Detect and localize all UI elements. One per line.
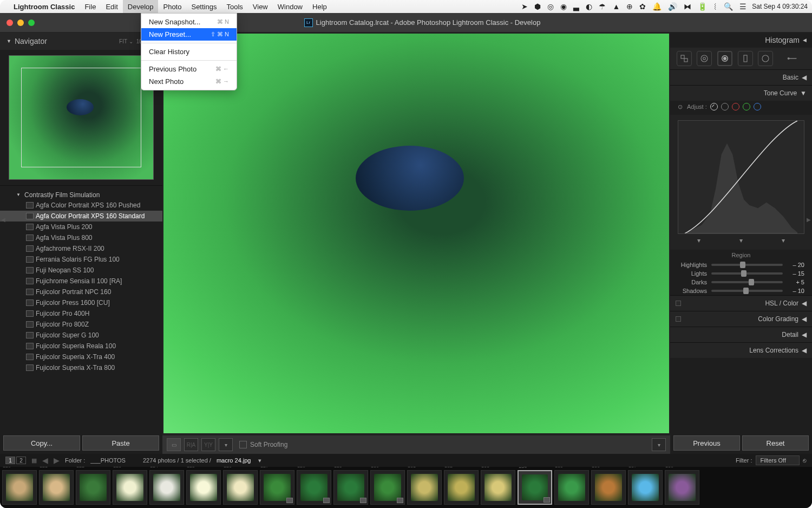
filmstrip-thumb[interactable]: 126	[223, 470, 258, 505]
redeye-tool-icon[interactable]	[717, 51, 732, 66]
slider-thumb-icon[interactable]	[743, 288, 749, 294]
menu-window[interactable]: Window	[273, 0, 307, 13]
maximize-window[interactable]	[28, 19, 35, 26]
navigator-preview[interactable]	[9, 55, 154, 180]
filmstrip-thumb[interactable]: 136	[591, 470, 626, 505]
curve-green-icon[interactable]	[743, 103, 750, 110]
preset-item[interactable]: Fujicolor Superia X-Tra 800	[0, 362, 162, 373]
slider-thumb-icon[interactable]	[740, 262, 745, 268]
filmstrip-thumb[interactable]: 137	[628, 470, 663, 505]
histogram-header[interactable]: Histogram◀	[670, 32, 812, 48]
preset-item[interactable]: Fujicolor Superia X-Tra 400	[0, 351, 162, 362]
preset-item[interactable]: Fujicolor Press 1600 [CU]	[0, 297, 162, 308]
menu-settings[interactable]: Settings	[186, 0, 221, 13]
crop-tool-icon[interactable]	[677, 51, 692, 66]
nav-forward-icon[interactable]: ▶	[54, 456, 60, 465]
menu-photo[interactable]: Photo	[158, 0, 186, 13]
tone-slider[interactable]: Lights– 15	[670, 269, 812, 278]
curve-red-icon[interactable]	[732, 103, 739, 110]
dropbox-icon[interactable]: ⬢	[531, 2, 544, 11]
volume-icon[interactable]: 🔊	[665, 2, 680, 11]
detail-header[interactable]: Detail◀	[670, 327, 812, 342]
hsl-header[interactable]: HSL / Color◀	[670, 296, 812, 311]
filmstrip-thumb[interactable]: 122	[76, 470, 110, 505]
gradient-tool-icon[interactable]	[738, 51, 753, 66]
clock-icon[interactable]: ⊕	[623, 2, 636, 11]
preset-item[interactable]: Ferrania Solaris FG Plus 100	[0, 254, 162, 265]
display-icon[interactable]: ▃	[570, 2, 582, 11]
menubar-clock[interactable]: Sat Sep 4 09:30:24	[750, 3, 808, 10]
lens-corrections-header[interactable]: Lens Corrections◀	[670, 343, 812, 358]
previous-button[interactable]: Previous	[673, 435, 740, 451]
curve-handle-icon[interactable]: ▾	[739, 237, 743, 244]
preset-item[interactable]: Agfa Color Portrait XPS 160 Pushed	[0, 200, 162, 211]
menu-clear-history[interactable]: Clear History	[141, 45, 237, 58]
filmstrip-thumb[interactable]: 133	[481, 470, 515, 505]
toolbar-more-icon[interactable]: ▾	[652, 438, 666, 451]
sync-icon[interactable]: ▲	[609, 2, 623, 11]
filmstrip-thumb[interactable]: 127	[260, 470, 294, 505]
heal-tool-icon[interactable]	[697, 51, 712, 66]
tone-slider[interactable]: Darks+ 5	[670, 278, 812, 286]
filmstrip-thumb[interactable]: 130	[370, 470, 405, 505]
compare-icon[interactable]: Y|Y	[201, 438, 215, 451]
curve-handle-icon[interactable]: ▾	[782, 237, 785, 244]
menu-help[interactable]: Help	[307, 0, 332, 13]
menu-new-snapshot[interactable]: New Snapshot...⌘ N	[141, 16, 237, 28]
filter-lock-icon[interactable]: ⎋	[803, 457, 807, 464]
basic-header[interactable]: Basic◀	[670, 70, 812, 85]
tone-curve-header[interactable]: Tone Curve▼	[670, 86, 812, 101]
folder-name[interactable]: ___PHOTOS	[90, 457, 126, 464]
wifi-icon[interactable]: ⧙	[710, 2, 721, 11]
navigator-header[interactable]: ▼ Navigator FIT ⌄ 100% ⌄	[0, 32, 162, 50]
menu-file[interactable]: File	[80, 0, 101, 13]
grid-view-icon[interactable]: ▦	[31, 457, 37, 464]
menu-next-photo[interactable]: Next Photo⌘ →	[141, 75, 237, 88]
tone-slider[interactable]: Highlights– 20	[670, 260, 812, 269]
cc-icon[interactable]: ◎	[544, 2, 557, 11]
curve-blue-icon[interactable]	[754, 103, 761, 110]
menu-view[interactable]: View	[248, 0, 273, 13]
menu-tools[interactable]: Tools	[221, 0, 247, 13]
preset-item[interactable]: Agfa Color Portrait XPS 160 Standard	[0, 211, 162, 222]
minimize-window[interactable]	[17, 19, 24, 26]
location-icon[interactable]: ➤	[518, 2, 531, 11]
umbrella-icon[interactable]: ☂	[595, 2, 609, 11]
preset-item[interactable]: Fujicolor Portrait NPC 160	[0, 286, 162, 297]
preset-group[interactable]: ▼Contrastly Film Simulation	[0, 188, 162, 200]
preset-item[interactable]: Fujicolor Pro 800Z	[0, 319, 162, 330]
preset-item[interactable]: Agfa Vista Plus 800	[0, 232, 162, 243]
brush-tool-icon[interactable]	[778, 51, 806, 66]
filmstrip-thumb[interactable]: 131	[407, 470, 442, 505]
menu-new-preset[interactable]: New Preset...⇧ ⌘ N	[141, 28, 237, 41]
soft-proof-checkbox[interactable]	[239, 441, 247, 448]
filmstrip-thumb[interactable]: 125	[186, 470, 221, 505]
battery-icon[interactable]: 🔋	[695, 2, 710, 11]
filmstrip-thumb[interactable]: 135	[554, 470, 589, 505]
layout-1[interactable]: 1	[5, 457, 15, 464]
spotlight-icon[interactable]: 🔍	[721, 2, 736, 11]
preset-item[interactable]: Fujicolor Super G 100	[0, 330, 162, 341]
slider-thumb-icon[interactable]	[749, 279, 754, 285]
menu-previous-photo[interactable]: Previous Photo⌘ ←	[141, 63, 237, 75]
loupe-view-icon[interactable]: ▭	[167, 438, 181, 451]
flower-icon[interactable]: ✿	[636, 2, 649, 11]
curve-point-icon[interactable]	[721, 103, 729, 110]
preset-item[interactable]: Agfa Vista Plus 200	[0, 222, 162, 232]
tone-curve-graph[interactable]: ▾ ▾ ▾	[670, 115, 812, 250]
radial-tool-icon[interactable]	[758, 51, 773, 66]
curve-handle-icon[interactable]: ▾	[697, 237, 700, 244]
filter-select[interactable]: Filters Off	[756, 455, 800, 465]
toolbar-dropdown-icon[interactable]: ▾	[219, 438, 233, 451]
filmstrip-thumb[interactable]: 121	[39, 470, 74, 505]
copy-button[interactable]: Copy...	[3, 435, 80, 451]
reset-button[interactable]: Reset	[742, 435, 809, 451]
status-icon[interactable]: ◉	[557, 2, 570, 11]
bell-icon[interactable]: 🔔	[649, 2, 665, 11]
filmstrip-thumb[interactable]: 128	[297, 470, 331, 505]
layout-2[interactable]: 2	[16, 457, 26, 464]
preset-item[interactable]: Fujichrome Sensia II 100 [RA]	[0, 276, 162, 286]
left-panel-toggle-icon[interactable]: ◀	[1, 217, 5, 223]
paste-button[interactable]: Paste	[82, 435, 159, 451]
preset-item[interactable]: Agfachrome RSX-II 200	[0, 243, 162, 254]
